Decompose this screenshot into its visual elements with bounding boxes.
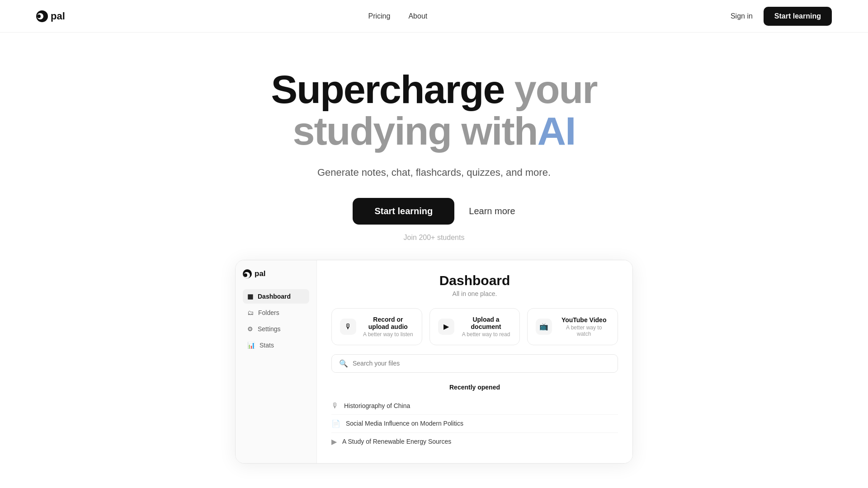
demo-main: Dashboard All in one place. 🎙 Record or …: [317, 260, 632, 463]
demo-action-cards: 🎙 Record or upload audio A better way to…: [331, 308, 618, 345]
demo-recent-item-2[interactable]: 📄 Social Media Influence on Modern Polit…: [331, 415, 618, 433]
demo-nav-settings[interactable]: ⚙ Settings: [243, 322, 309, 336]
hero-headline: Supercharge your studying withAI: [231, 69, 637, 152]
headline-supercharge: Supercharge: [271, 67, 504, 112]
demo-card-document[interactable]: ▶ Upload a document A better way to read: [429, 308, 520, 345]
headline-studying-with: studying with: [292, 108, 537, 153]
nav-cta-button[interactable]: Start learning: [764, 7, 832, 26]
demo-card-document-title: Upload a document: [461, 316, 512, 330]
demo-recent-label: Recently opened: [331, 384, 618, 391]
doc-file-icon: 📄: [331, 419, 340, 428]
demo-recent-item-1[interactable]: 🎙 Historiography of China: [331, 397, 618, 415]
sign-in-link[interactable]: Sign in: [731, 12, 753, 20]
search-icon: 🔍: [339, 359, 348, 368]
logo-text: pal: [51, 10, 65, 22]
demo-logo-text: pal: [255, 269, 266, 278]
demo-card-document-sub: A better way to read: [461, 331, 512, 338]
document-icon: ▶: [438, 319, 454, 335]
demo-card-youtube[interactable]: 📺 YouTube Video A better way to watch: [527, 308, 618, 345]
demo-nav-dashboard-label: Dashboard: [258, 293, 291, 300]
demo-nav-folders-label: Folders: [258, 309, 279, 316]
navbar: pal Pricing About Sign in Start learning: [0, 0, 868, 33]
dashboard-icon: ▦: [247, 293, 253, 300]
demo-nav-folders[interactable]: 🗂 Folders: [243, 305, 309, 320]
demo-recent-item-3[interactable]: ▶ A Study of Renewable Energy Sources: [331, 433, 618, 450]
demo-nav-dashboard[interactable]: ▦ Dashboard: [243, 289, 309, 304]
headline-ai: AI: [538, 108, 576, 153]
demo-card: pal ▦ Dashboard 🗂 Folders ⚙ Settings 📊 S…: [235, 260, 633, 464]
hero-section: Supercharge your studying withAI Generat…: [0, 33, 868, 482]
demo-recent-item-1-label: Historiography of China: [344, 402, 410, 409]
nav-right: Sign in Start learning: [731, 7, 832, 26]
demo-recent-item-3-label: A Study of Renewable Energy Sources: [342, 438, 451, 445]
hero-social-proof: Join 200+ students: [9, 234, 859, 242]
search-input[interactable]: [353, 360, 610, 367]
settings-icon: ⚙: [247, 325, 253, 333]
stats-icon: 📊: [247, 342, 255, 349]
demo-sidebar: pal ▦ Dashboard 🗂 Folders ⚙ Settings 📊 S…: [236, 260, 317, 463]
demo-nav-settings-label: Settings: [258, 325, 281, 333]
folders-icon: 🗂: [247, 309, 254, 316]
demo-card-audio[interactable]: 🎙 Record or upload audio A better way to…: [331, 308, 422, 345]
video-file-icon: ▶: [331, 437, 337, 446]
logo-icon: [36, 10, 48, 22]
hero-buttons: Start learning Learn more: [9, 198, 859, 225]
demo-nav-stats-label: Stats: [259, 342, 274, 349]
nav-about[interactable]: About: [408, 12, 427, 20]
hero-learn-more-button[interactable]: Learn more: [469, 206, 515, 216]
youtube-icon: 📺: [536, 319, 552, 335]
demo-card-youtube-title: YouTube Video: [558, 316, 609, 324]
audio-file-icon: 🎙: [331, 402, 339, 410]
headline-your: your: [514, 67, 597, 112]
demo-card-audio-sub: A better way to listen: [363, 331, 414, 338]
hero-start-learning-button[interactable]: Start learning: [353, 198, 454, 225]
demo-recent-item-2-label: Social Media Influence on Modern Politic…: [346, 420, 463, 427]
demo-dashboard-title: Dashboard: [331, 273, 618, 288]
nav-pricing[interactable]: Pricing: [368, 12, 391, 20]
logo[interactable]: pal: [36, 10, 65, 22]
demo-card-audio-title: Record or upload audio: [363, 316, 414, 330]
audio-icon: 🎙: [340, 319, 356, 335]
demo-dashboard-subtitle: All in one place.: [331, 290, 618, 297]
demo-logo-icon: [243, 269, 252, 278]
demo-logo: pal: [243, 269, 309, 278]
demo-search-bar[interactable]: 🔍: [331, 354, 618, 373]
hero-subtext: Generate notes, chat, flashcards, quizze…: [307, 165, 561, 180]
demo-nav-stats[interactable]: 📊 Stats: [243, 338, 309, 352]
demo-card-youtube-sub: A better way to watch: [558, 324, 609, 337]
nav-links: Pricing About: [368, 12, 428, 20]
